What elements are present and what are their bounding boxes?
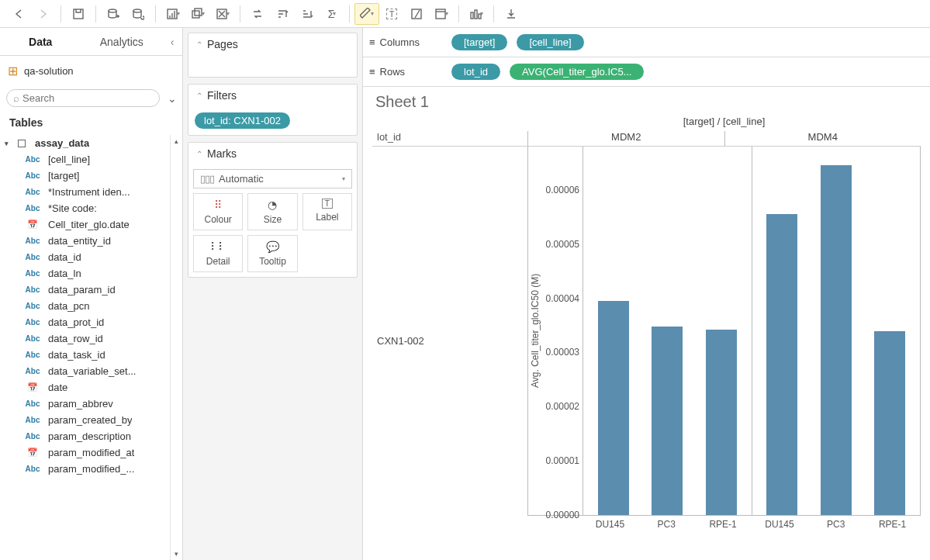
row-pill-avg-ic50[interactable]: AVG(Cell_titer_glo.IC5... [510, 64, 644, 80]
tab-data[interactable]: Data [0, 29, 81, 54]
sort-asc-button[interactable] [270, 3, 295, 25]
scroll-down-icon[interactable]: ▾ [171, 548, 182, 560]
fit-button[interactable]: ▾ [429, 3, 454, 25]
field-name: date [48, 382, 67, 393]
download-button[interactable] [499, 3, 524, 25]
row-pill-lotid[interactable]: lot_id [451, 64, 500, 80]
viz-pane: ≡Columns [target] [cell_line] ≡Rows lot_… [363, 28, 930, 560]
fields-scrollbar[interactable]: ▴ ▾ [170, 135, 182, 560]
abc-type-icon: Abc [23, 237, 42, 245]
svg-point-2 [133, 9, 141, 12]
save-button[interactable] [66, 3, 91, 25]
new-worksheet-button[interactable]: ▾ [161, 3, 185, 25]
field-row[interactable]: Abcdata_entity_id [0, 233, 182, 249]
column-pill-target[interactable]: [target] [451, 34, 507, 50]
search-input[interactable] [22, 92, 153, 104]
filter-fields-button[interactable]: ⌄ [164, 92, 180, 105]
format-icon [410, 8, 423, 20]
swap-icon [251, 8, 264, 20]
field-row[interactable]: Abcdata_id [0, 249, 182, 265]
field-name: data_row_id [48, 333, 103, 344]
y-tick: 0.00003 [546, 347, 579, 358]
scroll-up-icon[interactable]: ▴ [171, 135, 182, 147]
search-input-wrapper[interactable]: ⌕ [6, 89, 160, 107]
field-row[interactable]: date [0, 379, 182, 396]
back-button[interactable] [6, 3, 31, 25]
field-row[interactable]: Abc*Instrument iden... [0, 184, 182, 200]
field-row[interactable]: Abcdata_row_id [0, 330, 182, 347]
text-label-button[interactable]: T [379, 3, 404, 25]
bar[interactable] [874, 331, 905, 516]
abc-type-icon: Abc [23, 432, 42, 441]
field-row[interactable]: Abcparam_description [0, 428, 182, 444]
abc-type-icon: Abc [23, 351, 42, 359]
field-row[interactable]: Abcdata_pcn [0, 298, 182, 314]
pages-header[interactable]: ⌃Pages [188, 33, 357, 55]
svg-rect-9 [471, 12, 473, 19]
chart-panel [583, 147, 752, 515]
swap-button[interactable] [245, 3, 270, 25]
y-tick: 0.00004 [546, 293, 579, 304]
field-row[interactable]: Abcparam_abbrev [0, 396, 182, 412]
mark-detail-button[interactable]: ⠇⠇Detail [193, 235, 243, 272]
mark-label-button[interactable]: TLabel [303, 193, 352, 230]
field-row[interactable]: Cell_titer_glo.date [0, 216, 182, 233]
forward-button[interactable] [31, 3, 56, 25]
columns-shelf[interactable]: ≡Columns [target] [cell_line] [363, 28, 930, 57]
marks-type-select[interactable]: ▯▯▯Automatic ▾ [193, 169, 352, 188]
field-row[interactable]: Abcdata_ln [0, 265, 182, 282]
sheet-title[interactable]: Sheet 1 [372, 93, 921, 111]
format-button[interactable] [404, 3, 429, 25]
tab-analytics[interactable]: Analytics [81, 29, 163, 54]
rows-shelf[interactable]: ≡Rows lot_id AVG(Cell_titer_glo.IC5... [363, 57, 930, 87]
totals-button[interactable]: Σ▾ [320, 3, 344, 25]
size-icon: ◔ [268, 199, 277, 211]
sort-asc-icon [276, 8, 289, 20]
mark-tooltip-button[interactable]: 💬Tooltip [247, 235, 297, 272]
label-icon: T [322, 199, 333, 209]
mark-size-button[interactable]: ◔Size [247, 193, 297, 230]
collapse-pane-button[interactable]: ‹ [162, 36, 182, 48]
column-pill-cellline[interactable]: [cell_line] [517, 34, 583, 50]
abc-type-icon: Abc [23, 465, 42, 473]
field-row[interactable]: param_modified_at [0, 444, 182, 461]
x-category-label: PC3 [651, 516, 682, 534]
filters-header[interactable]: ⌃Filters [188, 85, 357, 106]
bar[interactable] [652, 327, 683, 515]
new-datasource-button[interactable] [101, 3, 126, 25]
rows-icon: ≡ [369, 66, 375, 78]
field-row[interactable]: Abcparam_created_by [0, 412, 182, 428]
show-me-button[interactable]: ▾ [464, 3, 489, 25]
mark-colour-button[interactable]: ⠿Colour [193, 193, 243, 230]
field-row[interactable]: Abc[target] [0, 168, 182, 184]
field-row[interactable]: Abcdata_prot_id [0, 314, 182, 330]
chart: lot_id CXN1-002 [target] / [cell_line] M… [372, 116, 921, 534]
refresh-datasource-button[interactable] [126, 3, 150, 25]
field-name: [cell_line] [48, 154, 90, 165]
bar[interactable] [821, 165, 852, 515]
field-row[interactable]: Abc[cell_line] [0, 151, 182, 168]
bars-area [583, 147, 921, 515]
bar[interactable] [766, 214, 797, 515]
sort-desc-button[interactable] [295, 3, 320, 25]
bar[interactable] [706, 330, 737, 515]
field-row[interactable]: Abc*Site code: [0, 200, 182, 216]
highlight-button[interactable]: ▾ [354, 3, 379, 25]
fields-list: ▾ assay_data Abc[cell_line]Abc[target]Ab… [0, 135, 182, 560]
abc-type-icon: Abc [23, 188, 42, 196]
bar[interactable] [598, 301, 629, 515]
abc-type-icon: Abc [23, 155, 42, 164]
field-row[interactable]: Abcparam_modified_... [0, 461, 182, 477]
column-header: MDM2 [527, 131, 724, 146]
field-row[interactable]: Abcdata_task_id [0, 347, 182, 363]
datasource-name[interactable]: qa-solution [24, 65, 74, 77]
clear-sheet-button[interactable]: ▾ [210, 3, 235, 25]
marks-header[interactable]: ⌃Marks [188, 143, 357, 164]
table-row[interactable]: ▾ assay_data [0, 135, 182, 151]
tables-header: Tables [0, 110, 182, 135]
abc-type-icon: Abc [23, 318, 42, 327]
duplicate-sheet-button[interactable]: ▾ [185, 3, 210, 25]
field-row[interactable]: Abcdata_param_id [0, 282, 182, 298]
field-row[interactable]: Abcdata_variable_set... [0, 363, 182, 379]
filter-pill-lotid[interactable]: lot_id: CXN1-002 [195, 112, 290, 129]
